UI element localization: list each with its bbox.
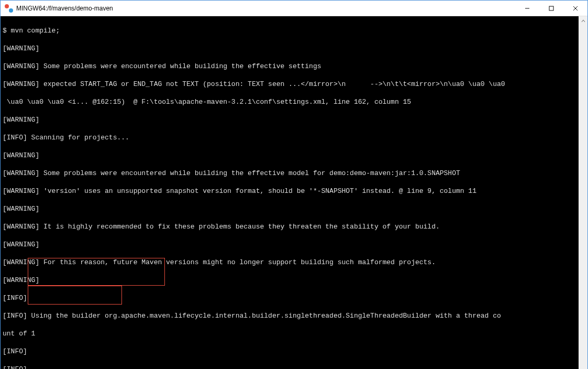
terminal-window: MINGW64:/f/mavens/demo-maven $ mvn compi… — [0, 0, 588, 369]
terminal-line: [WARNING] — [3, 276, 576, 285]
terminal-line: [WARNING] For this reason, future Maven … — [3, 258, 576, 267]
minimize-icon — [525, 6, 530, 11]
terminal-line: [INFO] — [3, 347, 576, 356]
terminal-line: [INFO] Scanning for projects... — [3, 133, 576, 142]
terminal-line: [INFO] ---------------------------------… — [3, 365, 576, 369]
window-controls — [515, 1, 587, 16]
terminal-line: [WARNING] — [3, 44, 576, 53]
terminal-line: [WARNING] — [3, 240, 576, 249]
scrollbar[interactable] — [579, 16, 587, 369]
terminal[interactable]: $ mvn compile; [WARNING] [WARNING] Some … — [1, 16, 579, 369]
terminal-line: \ua0 \ua0 \ua0 <i... @162:15) @ F:\tools… — [3, 97, 576, 106]
terminal-line: [WARNING] — [3, 115, 576, 124]
close-button[interactable] — [563, 1, 587, 16]
app-icon — [5, 4, 13, 13]
chevron-up-icon — [581, 19, 585, 23]
maximize-button[interactable] — [539, 1, 563, 16]
terminal-line: [WARNING] — [3, 204, 576, 213]
titlebar[interactable]: MINGW64:/f/mavens/demo-maven — [1, 1, 587, 16]
scroll-track[interactable] — [579, 25, 587, 369]
terminal-line: unt of 1 — [3, 329, 576, 338]
terminal-wrap: $ mvn compile; [WARNING] [WARNING] Some … — [1, 16, 587, 369]
scroll-up-button[interactable] — [579, 16, 587, 25]
window-title: MINGW64:/f/mavens/demo-maven — [16, 5, 113, 12]
terminal-line: [WARNING] 'version' uses an unsupported … — [3, 187, 576, 196]
terminal-line: [WARNING] Some problems were encountered… — [3, 62, 576, 71]
terminal-line: [WARNING] Some problems were encountered… — [3, 169, 576, 178]
close-icon — [573, 6, 578, 11]
svg-rect-1 — [549, 6, 553, 10]
maximize-icon — [549, 6, 554, 11]
terminal-line: [WARNING] expected START_TAG or END_TAG … — [3, 80, 576, 89]
terminal-line: $ mvn compile; — [3, 26, 576, 35]
terminal-line: [INFO] — [3, 294, 576, 302]
terminal-line: [INFO] Using the builder org.apache.mave… — [3, 311, 576, 320]
terminal-line: [WARNING] It is highly recommended to fi… — [3, 222, 576, 231]
terminal-line: [WARNING] — [3, 151, 576, 160]
minimize-button[interactable] — [515, 1, 539, 16]
